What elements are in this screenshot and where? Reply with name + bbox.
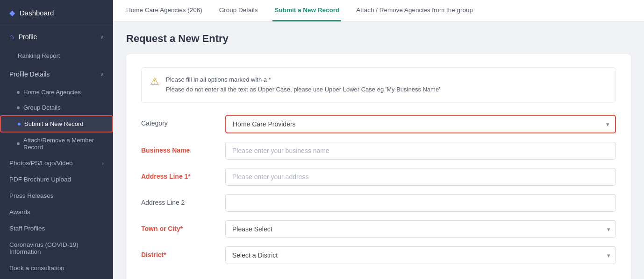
town-select[interactable]: Please Select [225,220,616,238]
info-text: Please fill in all options marked with a… [166,75,440,95]
main-content: Home Care Agencies (206) Group Details S… [113,0,644,279]
address1-input[interactable] [225,168,616,186]
category-select-wrapper: Home Care Providers Home Care Agencies O… [225,115,616,133]
photos-label: Photos/PS/Logo/Video [9,160,73,167]
tab-attach-remove[interactable]: Attach / Remove Agencies from the group [354,0,475,21]
sidebar-item-ranking[interactable]: Ranking Report [0,48,113,64]
address1-control [225,168,616,186]
sub-label-home-care: Home Care Agencies [23,89,81,96]
sidebar-item-press[interactable]: Press Releases [0,188,113,204]
tab-group-details[interactable]: Group Details [217,0,260,21]
form-card: ⚠ Please fill in all options marked with… [126,54,631,279]
district-control: Select a District [225,246,616,264]
town-control: Please Select [225,220,616,238]
form-row-business-name: Business Name [141,142,616,160]
tabs-bar: Home Care Agencies (206) Group Details S… [113,0,644,21]
district-select-wrapper: Select a District [225,246,616,264]
dot-icon [17,91,20,94]
warning-icon: ⚠ [150,76,159,88]
sub-label-group-details: Group Details [23,104,60,111]
form-row-town: Town or City* Please Select [141,220,616,238]
form-row-address2: Address Line 2 [141,194,616,212]
sidebar-sub-submit-new-record[interactable]: Submit a New Record [0,115,113,133]
sidebar-item-covid[interactable]: Coronavirus (COVID-19) Information [0,237,113,260]
form-row-address1: Address Line 1* [141,168,616,186]
form-row-category: Category Home Care Providers Home Care A… [141,115,616,133]
sub-label-attach-remove: Attach/Remove a Member Record [23,137,104,151]
sidebar-item-book[interactable]: Book a consultation [0,260,113,276]
page-content: Request a New Entry ⚠ Please fill in all… [113,21,644,279]
staff-label: Staff Profiles [9,225,45,232]
chevron-down-icon: ∨ [100,34,104,40]
info-line2: Please do not enter all the text as Uppe… [166,85,440,95]
profile-details-label: Profile Details [9,70,50,78]
dashboard-label: Dashboard [20,9,54,17]
awards-label: Awards [9,209,30,216]
sidebar-item-profile-details[interactable]: Profile Details ∨ [0,64,113,84]
chevron-down-icon-2: ∨ [100,71,104,77]
home-icon: ⌂ [9,33,14,41]
press-label: Press Releases [9,192,54,199]
sub-label-submit-new-record: Submit a New Record [24,120,83,127]
sidebar-item-awards[interactable]: Awards [0,204,113,220]
book-label: Book a consultation [9,265,64,272]
address2-input[interactable] [225,194,616,212]
category-select[interactable]: Home Care Providers Home Care Agencies O… [226,116,615,133]
form-row-district: District* Select a District [141,246,616,264]
sidebar-sub-home-care-agencies[interactable]: Home Care Agencies [0,84,113,100]
info-line1: Please fill in all options marked with a… [166,75,440,85]
tab-submit-new-record[interactable]: Submit a New Record [272,0,341,21]
tab-home-care-agencies[interactable]: Home Care Agencies (206) [124,0,204,21]
sidebar: ◆ Dashboard ⌂ Profile ∨ Ranking Report P… [0,0,113,279]
address2-label: Address Line 2 [141,194,216,206]
district-label: District* [141,246,216,258]
business-name-control [225,142,616,160]
category-label: Category [141,115,216,127]
diamond-icon: ◆ [9,8,15,17]
business-name-input[interactable] [225,142,616,160]
district-select[interactable]: Select a District [225,246,616,264]
sidebar-sub-group-details[interactable]: Group Details [0,100,113,115]
arrow-right-icon: › [102,160,104,166]
address1-label: Address Line 1* [141,168,216,180]
sidebar-item-profile[interactable]: ⌂ Profile ∨ [0,26,113,48]
profile-label: Profile [19,33,37,41]
info-box: ⚠ Please fill in all options marked with… [141,67,616,103]
sidebar-item-photos[interactable]: Photos/PS/Logo/Video › [0,155,113,171]
dot-icon-2 [17,106,20,109]
sidebar-item-staff[interactable]: Staff Profiles [0,220,113,237]
page-title: Request a New Entry [126,33,631,45]
business-name-label: Business Name [141,142,216,154]
dot-icon-4 [17,142,20,145]
pdf-label: PDF Brochure Upload [9,176,71,183]
town-label: Town or City* [141,220,216,232]
category-control: Home Care Providers Home Care Agencies O… [225,115,616,133]
sidebar-dashboard[interactable]: ◆ Dashboard [0,0,113,26]
sidebar-item-pdf[interactable]: PDF Brochure Upload [0,171,113,188]
ranking-label: Ranking Report [18,52,60,59]
sidebar-sub-attach-remove[interactable]: Attach/Remove a Member Record [0,133,113,155]
dot-icon-3 [18,123,21,126]
address2-control [225,194,616,212]
covid-label: Coronavirus (COVID-19) Information [9,241,104,255]
town-select-wrapper: Please Select [225,220,616,238]
